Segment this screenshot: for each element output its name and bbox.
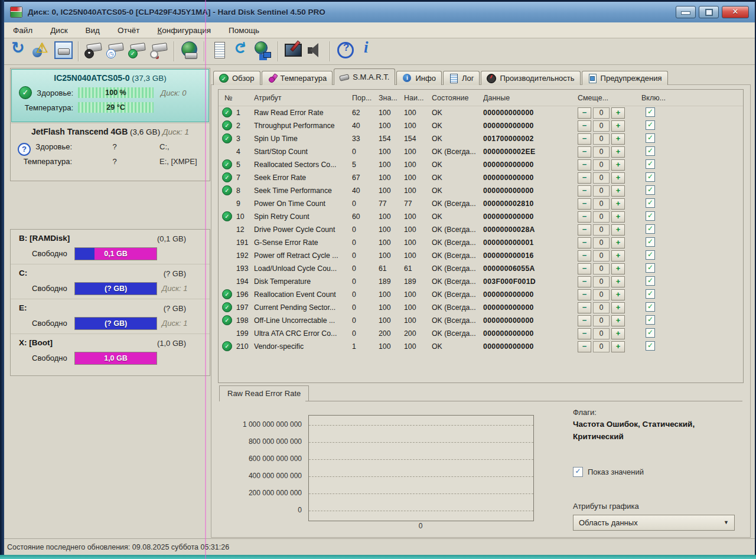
enabled-checkbox[interactable] bbox=[646, 172, 655, 182]
smart-row-198[interactable]: 198Off-Line Uncorrectable ...0100100OK (… bbox=[219, 314, 743, 327]
smart-row-8[interactable]: 8Seek Time Performance40100100OK00000000… bbox=[219, 184, 743, 197]
offset-value[interactable]: 0 bbox=[593, 185, 610, 197]
enabled-checkbox[interactable] bbox=[646, 250, 655, 260]
smart-row-192[interactable]: 192Power off Retract Cycle ...0100100OK … bbox=[219, 249, 743, 262]
offset-increase-button[interactable]: + bbox=[611, 133, 625, 145]
report-button[interactable] bbox=[209, 40, 230, 63]
menu-item-help[interactable]: Помощь bbox=[229, 26, 259, 35]
enabled-checkbox[interactable] bbox=[646, 289, 655, 299]
enabled-checkbox[interactable] bbox=[646, 107, 655, 117]
offset-increase-button[interactable]: + bbox=[611, 224, 625, 236]
col-header-threshold[interactable]: Пор... bbox=[352, 94, 379, 102]
disk-overview-button[interactable] bbox=[53, 40, 74, 63]
col-header-offset[interactable]: Смеще... bbox=[578, 94, 641, 102]
menu-item-report[interactable]: Отчёт bbox=[118, 26, 139, 35]
offset-increase-button[interactable]: + bbox=[611, 185, 625, 197]
offset-decrease-button[interactable]: − bbox=[578, 146, 591, 158]
col-header-enabled[interactable]: Вклю... bbox=[641, 94, 673, 102]
show-values-checkbox[interactable] bbox=[573, 467, 583, 477]
enabled-checkbox[interactable] bbox=[646, 328, 655, 338]
offset-increase-button[interactable]: + bbox=[611, 146, 625, 158]
offset-decrease-button[interactable]: − bbox=[578, 107, 591, 119]
network-button[interactable] bbox=[253, 40, 273, 63]
offset-increase-button[interactable]: + bbox=[611, 263, 625, 274]
disk-clock-button[interactable] bbox=[105, 40, 126, 63]
offset-decrease-button[interactable]: − bbox=[578, 237, 591, 249]
smart-row-193[interactable]: 193Load/Unload Cycle Cou...06161OK (Всег… bbox=[219, 262, 743, 275]
offset-decrease-button[interactable]: − bbox=[578, 328, 591, 339]
close-button[interactable] bbox=[722, 6, 749, 18]
disk-entry-disk-0[interactable]: IC25N040ATCS05-0 (37,3 GB)Здоровье:100 %… bbox=[11, 69, 209, 122]
help-button[interactable] bbox=[335, 40, 356, 63]
offset-value[interactable]: 0 bbox=[593, 276, 610, 287]
partition-x[interactable]: X: [Boot](1,0 GB)Свободно1,0 GB bbox=[11, 334, 210, 368]
enabled-checkbox[interactable] bbox=[646, 276, 655, 286]
offset-decrease-button[interactable]: − bbox=[578, 315, 591, 326]
tab-performance[interactable]: Производительность bbox=[481, 71, 580, 85]
offset-decrease-button[interactable]: − bbox=[578, 198, 591, 210]
smart-row-12[interactable]: 12Drive Power Cycle Count0100100OK (Всег… bbox=[219, 223, 743, 236]
tab-smart[interactable]: S.M.A.R.T. bbox=[334, 68, 395, 85]
offset-increase-button[interactable]: + bbox=[611, 237, 625, 249]
smart-row-197[interactable]: 197Current Pending Sector...0100100OK (В… bbox=[219, 301, 743, 314]
menu-item-file[interactable]: Файл bbox=[13, 26, 32, 35]
col-header-worst[interactable]: Наи... bbox=[404, 94, 432, 102]
offset-increase-button[interactable]: + bbox=[611, 302, 625, 313]
offset-decrease-button[interactable]: − bbox=[578, 341, 591, 352]
disk-search-button[interactable] bbox=[149, 40, 170, 63]
smart-row-191[interactable]: 191G-Sense Error Rate0100100OK (Всегда..… bbox=[219, 236, 743, 249]
globe-disk-button[interactable] bbox=[179, 40, 200, 63]
enabled-checkbox[interactable] bbox=[646, 120, 655, 130]
enabled-checkbox[interactable] bbox=[646, 237, 655, 247]
smart-row-5[interactable]: 5Reallocated Sectors Co...5100100OK00000… bbox=[219, 158, 743, 171]
offset-increase-button[interactable]: + bbox=[611, 159, 625, 171]
offset-decrease-button[interactable]: − bbox=[578, 263, 591, 274]
smart-row-194[interactable]: 194Disk Temperature0189189OK (Всегда...0… bbox=[219, 275, 743, 288]
offset-increase-button[interactable]: + bbox=[611, 276, 625, 287]
graph-attributes-dropdown[interactable]: Область данных ▼ bbox=[573, 515, 735, 531]
col-header-status[interactable]: Состояние bbox=[432, 94, 483, 102]
col-header-data[interactable]: Данные bbox=[483, 94, 578, 102]
smart-row-4[interactable]: 4Start/Stop Count0100100OK (Всегда...000… bbox=[219, 145, 743, 158]
offset-value[interactable]: 0 bbox=[593, 159, 610, 171]
menu-item-configuration[interactable]: Конфигурация bbox=[157, 26, 211, 35]
offset-value[interactable]: 0 bbox=[593, 263, 610, 274]
smart-row-196[interactable]: 196Reallocation Event Count0100100OK (Вс… bbox=[219, 288, 743, 301]
refresh-button[interactable] bbox=[9, 40, 30, 63]
offset-increase-button[interactable]: + bbox=[611, 211, 625, 223]
smart-row-1[interactable]: 1Raw Read Error Rate62100100OK0000000000… bbox=[219, 106, 743, 119]
smart-row-2[interactable]: 2Throughput Performance40100100OK0000000… bbox=[219, 119, 743, 132]
tab-info[interactable]: Инфо bbox=[396, 71, 441, 85]
disk-entry-disk-1[interactable]: JetFlash Transcend 4GB (3,6 GB) Диск: 1З… bbox=[11, 123, 210, 181]
offset-value[interactable]: 0 bbox=[593, 341, 610, 352]
smart-row-210[interactable]: 210Vendor-specific1100100OK000000000000−… bbox=[219, 340, 743, 353]
maximize-button[interactable] bbox=[699, 6, 719, 18]
offset-value[interactable]: 0 bbox=[593, 120, 610, 132]
enabled-checkbox[interactable] bbox=[646, 224, 655, 234]
offset-value[interactable]: 0 bbox=[593, 250, 610, 261]
tab-temperature[interactable]: Температура bbox=[262, 71, 333, 85]
enabled-checkbox[interactable] bbox=[646, 341, 655, 351]
offset-value[interactable]: 0 bbox=[593, 198, 610, 210]
partition-c[interactable]: C:(? GB)Свободно(? GB)Диск: 1 bbox=[11, 264, 210, 299]
smart-row-199[interactable]: 199Ultra ATA CRC Error Co...0200200OK (В… bbox=[219, 327, 743, 340]
offset-decrease-button[interactable]: − bbox=[578, 172, 591, 184]
minimize-button[interactable] bbox=[676, 6, 696, 18]
enabled-checkbox[interactable] bbox=[646, 198, 655, 208]
offset-decrease-button[interactable]: − bbox=[578, 224, 591, 236]
tab-overview[interactable]: Обзор bbox=[213, 71, 260, 85]
col-header-num[interactable]: № bbox=[222, 94, 254, 102]
col-header-value[interactable]: Зна... bbox=[379, 94, 404, 102]
offset-increase-button[interactable]: + bbox=[611, 107, 625, 119]
offset-value[interactable]: 0 bbox=[593, 107, 610, 119]
offset-decrease-button[interactable]: − bbox=[578, 185, 591, 197]
enabled-checkbox[interactable] bbox=[646, 133, 655, 143]
offset-decrease-button[interactable]: − bbox=[578, 250, 591, 261]
partition-e[interactable]: E:(? GB)Свободно(? GB)Диск: 1 bbox=[11, 299, 210, 334]
offset-value[interactable]: 0 bbox=[593, 146, 610, 158]
smart-row-9[interactable]: 9Power On Time Count07777OK (Всегда...00… bbox=[219, 197, 743, 210]
offset-increase-button[interactable]: + bbox=[611, 315, 625, 326]
smart-row-3[interactable]: 3Spin Up Time33154154OK001700000002−0+ bbox=[219, 132, 743, 145]
tab-log[interactable]: Лог bbox=[443, 71, 480, 85]
offset-value[interactable]: 0 bbox=[593, 224, 610, 236]
